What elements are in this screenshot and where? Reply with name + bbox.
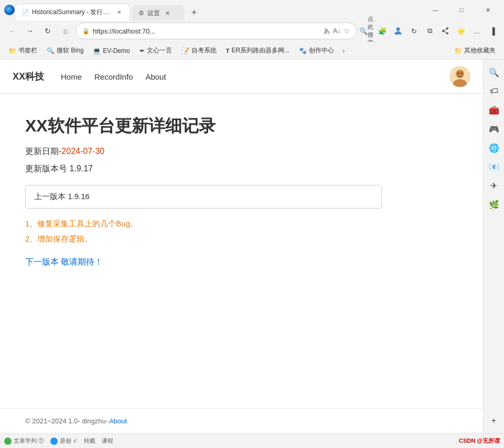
svg-point-5 [461,73,463,74]
app-avatar [449,66,470,87]
forward-button[interactable]: → [22,23,38,39]
bookmark-wenxin[interactable]: ✒ 文心一言 [135,44,176,57]
browser-icon [4,5,15,15]
right-sidebar-telegram-btn[interactable]: ✈ [486,177,502,194]
maximize-button[interactable]: □ [449,2,474,18]
right-sidebar-search-btn[interactable]: 🔍 [486,64,502,81]
bookmark-ev-icon: 💻 [93,47,101,54]
address-text: https://localhost:70... [93,27,320,35]
bookmark-creator-icon: 🐾 [299,47,307,54]
status-article-label: 文章学列 ① [14,437,44,445]
right-sidebar-tools-btn[interactable]: 🧰 [486,102,502,118]
home-button[interactable]: ⌂ [58,23,73,39]
right-sidebar: 🔍 🏷 🧰 🎮 🌐 📧 ✈ 🌿 + [483,60,504,433]
prev-version-text: 上一版本 1.9.16 [34,192,90,201]
bookmark-er-icon: T [226,48,230,54]
right-sidebar-add-btn[interactable]: + [486,412,502,429]
svg-point-0 [396,27,400,31]
bookmark-bookmarks-bar[interactable]: 📁 书签栏 [4,44,41,57]
right-sidebar-favorites-btn[interactable]: 🏷 [486,83,502,100]
right-sidebar-game-btn[interactable]: 🎮 [486,121,502,137]
sidebar-toggle-button[interactable]: ▐ [485,24,500,38]
minimize-button[interactable]: — [423,2,447,18]
sync-icon[interactable]: ↻ [406,24,421,38]
bookmark-creator-label: 创作中心 [309,46,334,55]
profile-icon[interactable] [391,24,405,38]
status-item-1: 文章学列 ① [4,437,44,445]
reader-icon: A↓ [333,27,340,35]
tab-settings[interactable]: ⚙ 设置 ✕ [132,5,185,21]
status-bar: 文章学列 ① 原创 ✓ 转载 课程 CSDN @无所谓 [0,433,504,448]
bookmark-wenxin-label: 文心一言 [147,46,172,55]
close-button[interactable]: ✕ [476,2,500,18]
right-sidebar-cloud-btn[interactable]: 🌐 [486,139,502,156]
update-date-row: 更新日期-2024-07-30 [25,146,458,157]
bookmark-bing[interactable]: 🔍 微软 Bing [42,44,88,57]
refresh-button[interactable]: ↻ [40,23,56,39]
bookmark-zikao[interactable]: 📝 自考系统 [177,44,221,57]
status-green-dot [4,438,12,445]
bookmark-ev-demo[interactable]: 💻 EV-Demo [89,45,134,57]
tab-close-settings[interactable]: ✕ [165,10,170,17]
more-button[interactable]: … [469,24,484,38]
bookmark-zikao-icon: 📝 [181,47,189,54]
settings-tab-title: 设置 [147,9,160,18]
page-title: XX软件平台更新详细记录 [25,115,458,138]
page-content: XX科技 Home RecordInfo About [0,60,483,433]
update-version-row: 更新版本号 1.9.17 [25,163,458,174]
status-repost-label: 转载 [84,437,95,445]
app-navbar: XX科技 Home RecordInfo About [0,60,483,94]
app-brand: XX科技 [13,70,44,83]
bookmark-er-label: ER系列路由器多网... [231,46,289,55]
bookmark-bing-icon: 🔍 [47,47,55,54]
next-version-text: 下一版本 敬请期待！ [25,257,458,268]
update-version-value: 1.9.17 [69,164,92,173]
status-item-repost: 转载 [84,437,95,445]
settings-tab-icon: ⚙ [138,9,144,17]
svg-point-4 [458,73,459,74]
tab-favicon-historical: 📄 [22,9,29,16]
translate-icon: あ [324,27,330,36]
changelog-item-1: 1、修复采集工具上的几个Bug。 [25,219,458,229]
bookmark-other-label: 其他收藏夹 [464,46,496,55]
bookmark-creator[interactable]: 🐾 创作中心 [295,44,338,57]
footer-copyright: © 2021~2024 1.0- dingzhu- [25,417,108,425]
tab-title-historical: HistoricalSummary - 发行记录 [32,8,112,17]
bookmark-star-icon[interactable]: ☆ [344,27,350,35]
prev-version-box: 上一版本 1.9.16 [25,185,382,209]
lock-icon: 🔒 [82,28,90,35]
update-date-label: 更新日期- [25,147,61,156]
collection-icon[interactable]: ⭐ [454,24,468,38]
update-version-label: 更新版本号 [25,164,67,173]
bookmark-er[interactable]: T ER系列路由器多网... [222,44,294,57]
status-original-label: 原创 ✓ [60,437,78,445]
extensions-button[interactable]: 🧩 [375,24,390,38]
bookmark-other-folder[interactable]: 📁 其他收藏夹 [450,44,500,57]
app-nav: Home RecordInfo About [61,72,166,81]
bookmark-bookmarks-bar-label: 书签栏 [18,46,37,55]
bookmark-zikao-label: 自考系统 [191,46,217,55]
tab-close-historical[interactable]: ✕ [115,8,123,17]
nav-home[interactable]: Home [61,72,82,81]
back-button[interactable]: ← [4,23,20,39]
search-button[interactable]: 🔍 点此搜索 [359,24,374,38]
bookmark-ev-label: EV-Demo [103,47,130,54]
changelog-list: 1、修复采集工具上的几个Bug。 2、增加保存逻辑。 [25,219,458,244]
nav-about[interactable]: About [145,72,166,81]
tab-historical-summary[interactable]: 📄 HistoricalSummary - 发行记录 ✕ [15,4,130,20]
address-bar[interactable]: 🔒 https://localhost:70... あ A↓ ☆ [76,23,357,39]
nav-recordinfo[interactable]: RecordInfo [94,72,133,81]
bookmarks-more-button[interactable]: › [339,45,348,57]
status-course-label: 课程 [102,437,113,445]
new-tab-button[interactable]: + [187,5,201,20]
share-button[interactable] [438,24,453,38]
right-sidebar-mail-btn[interactable]: 📧 [486,158,502,175]
bookmark-bing-label: 微软 Bing [57,46,83,55]
main-page-area: XX软件平台更新详细记录 更新日期-2024-07-30 更新版本号 1.9.1… [0,94,483,408]
changelog-item-2: 2、增加保存逻辑。 [25,234,458,244]
footer-about-link[interactable]: About [109,417,127,425]
right-sidebar-leaf-btn[interactable]: 🌿 [486,196,502,213]
side-panel-button[interactable]: ⧉ [422,24,437,38]
csdn-badge: CSDN @无所谓 [459,437,500,445]
status-item-original: 原创 ✓ [50,437,78,445]
